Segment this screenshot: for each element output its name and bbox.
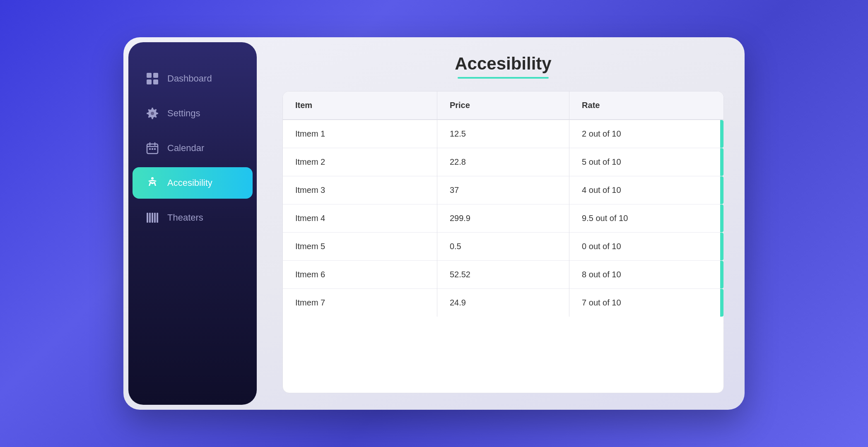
- svg-rect-12: [154, 148, 156, 150]
- theaters-icon: [145, 210, 160, 225]
- svg-rect-3: [153, 79, 158, 84]
- svg-rect-16: [152, 213, 153, 223]
- svg-rect-2: [147, 79, 152, 84]
- svg-rect-0: [147, 73, 152, 78]
- table-row: Itmem 724.97 out of 10: [283, 289, 723, 317]
- cell-price-6: 24.9: [437, 289, 569, 317]
- rate-bar-4: [720, 233, 723, 260]
- dashboard-icon: [145, 71, 160, 86]
- table-row: Itmem 112.52 out of 10: [283, 120, 723, 148]
- cell-rate-2: 4 out of 10: [569, 176, 723, 204]
- svg-rect-14: [147, 213, 148, 223]
- sidebar-item-dashboard[interactable]: Dashboard: [133, 63, 253, 94]
- sidebar-item-calendar-label: Calendar: [167, 143, 204, 154]
- rate-bar-3: [720, 204, 723, 232]
- svg-rect-1: [153, 73, 158, 78]
- table-header-row: Item Price Rate: [283, 91, 723, 120]
- cell-rate-6: 7 out of 10: [569, 289, 723, 317]
- cell-item-4: Itmem 5: [283, 233, 437, 261]
- title-underline: [458, 77, 549, 79]
- sidebar-item-settings[interactable]: Settings: [133, 98, 253, 129]
- calendar-icon: [145, 141, 160, 156]
- main-card: Dashboard Settings: [123, 37, 745, 410]
- column-header-item: Item: [283, 91, 437, 120]
- accesibility-icon: [145, 175, 160, 190]
- settings-icon: [145, 106, 160, 121]
- svg-rect-11: [152, 148, 153, 150]
- sidebar-item-accesibility[interactable]: Accesibility: [133, 167, 253, 199]
- table-row: Itmem 50.50 out of 10: [283, 233, 723, 261]
- cell-item-0: Itmem 1: [283, 120, 437, 148]
- cell-price-3: 299.9: [437, 204, 569, 233]
- rate-bar-0: [720, 120, 723, 148]
- table-row: Itmem 3374 out of 10: [283, 176, 723, 204]
- cell-rate-3: 9.5 out of 10: [569, 204, 723, 233]
- svg-rect-15: [149, 213, 151, 223]
- rate-bar-1: [720, 148, 723, 176]
- sidebar-item-settings-label: Settings: [167, 108, 200, 119]
- cell-rate-0: 2 out of 10: [569, 120, 723, 148]
- rate-bar-6: [720, 289, 723, 317]
- svg-rect-10: [149, 148, 151, 150]
- cell-item-6: Itmem 7: [283, 289, 437, 317]
- cell-price-4: 0.5: [437, 233, 569, 261]
- svg-point-5: [151, 112, 154, 115]
- table-row: Itmem 222.85 out of 10: [283, 148, 723, 176]
- svg-rect-18: [157, 213, 158, 223]
- rate-bar-2: [720, 176, 723, 204]
- sidebar: Dashboard Settings: [128, 42, 257, 405]
- sidebar-item-calendar[interactable]: Calendar: [133, 132, 253, 164]
- cell-rate-5: 8 out of 10: [569, 261, 723, 289]
- main-content: Accesibility Item Price Rate Itmem 112.5…: [262, 37, 745, 410]
- sidebar-item-theaters-label: Theaters: [167, 212, 203, 223]
- cell-item-3: Itmem 4: [283, 204, 437, 233]
- cell-item-5: Itmem 6: [283, 261, 437, 289]
- cell-item-1: Itmem 2: [283, 148, 437, 176]
- cell-price-0: 12.5: [437, 120, 569, 148]
- table-row: Itmem 652.528 out of 10: [283, 261, 723, 289]
- svg-point-13: [151, 177, 154, 180]
- sidebar-item-theaters[interactable]: Theaters: [133, 202, 253, 233]
- cell-item-2: Itmem 3: [283, 176, 437, 204]
- table-container: Item Price Rate Itmem 112.52 out of 10It…: [282, 91, 724, 393]
- column-header-rate: Rate: [569, 91, 723, 120]
- cell-price-2: 37: [437, 176, 569, 204]
- svg-rect-17: [154, 213, 156, 223]
- table-row: Itmem 4299.99.5 out of 10: [283, 204, 723, 233]
- sidebar-item-dashboard-label: Dashboard: [167, 73, 212, 84]
- sidebar-item-accesibility-label: Accesibility: [167, 178, 212, 188]
- cell-rate-4: 0 out of 10: [569, 233, 723, 261]
- column-header-price: Price: [437, 91, 569, 120]
- cell-rate-1: 5 out of 10: [569, 148, 723, 176]
- cell-price-1: 22.8: [437, 148, 569, 176]
- rate-bar-5: [720, 261, 723, 288]
- cell-price-5: 52.52: [437, 261, 569, 289]
- page-title: Accesibility: [282, 54, 724, 74]
- data-table: Item Price Rate Itmem 112.52 out of 10It…: [283, 91, 723, 317]
